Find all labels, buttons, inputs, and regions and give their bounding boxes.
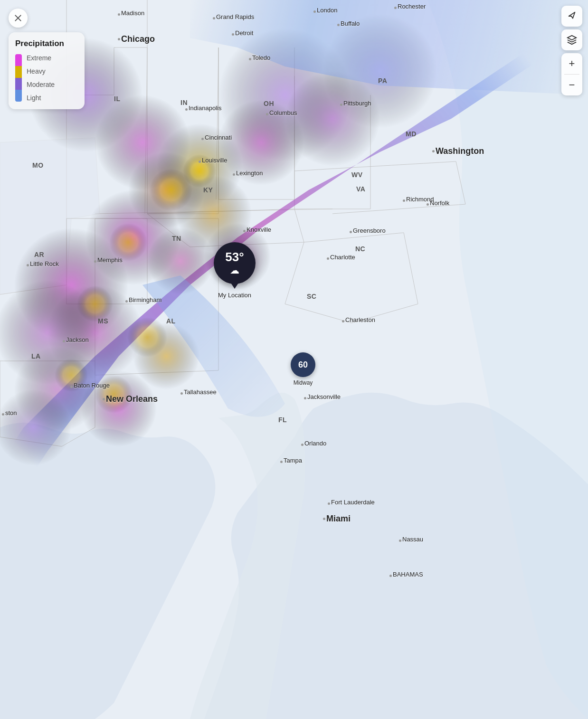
my-location-marker[interactable]: 53° ☁ My Location <box>214 242 256 299</box>
marker-tail <box>231 283 238 289</box>
my-location-bubble: 53° ☁ <box>214 242 256 284</box>
my-location-temp: 53° <box>225 251 244 263</box>
legend-light: Light <box>27 94 55 102</box>
legend-heavy: Heavy <box>27 67 55 75</box>
zoom-controls: + − <box>561 53 582 95</box>
legend-moderate: Moderate <box>27 81 55 88</box>
map-container: MadisonChicagoGrand RapidsDetroitLondonB… <box>0 0 588 719</box>
location-button[interactable] <box>561 6 582 27</box>
my-location-label: My Location <box>218 292 251 299</box>
midway-bubble: 60 <box>291 352 315 377</box>
midway-temp: 60 <box>298 360 308 370</box>
zoom-in-button[interactable]: + <box>561 53 582 74</box>
legend-title: Precipitation <box>15 39 76 48</box>
zoom-out-button[interactable]: − <box>561 75 582 95</box>
cloud-icon: ☁ <box>230 265 239 276</box>
svg-marker-7 <box>568 36 576 40</box>
precipitation-legend: Precipitation Extreme Heavy Moderate Lig… <box>9 32 85 109</box>
layers-button[interactable] <box>561 29 582 50</box>
map-controls: + − <box>561 6 582 95</box>
close-button[interactable] <box>9 9 28 28</box>
legend-extreme: Extreme <box>27 54 55 62</box>
midway-label: Midway <box>294 379 313 386</box>
midway-marker[interactable]: 60 Midway <box>291 352 315 386</box>
